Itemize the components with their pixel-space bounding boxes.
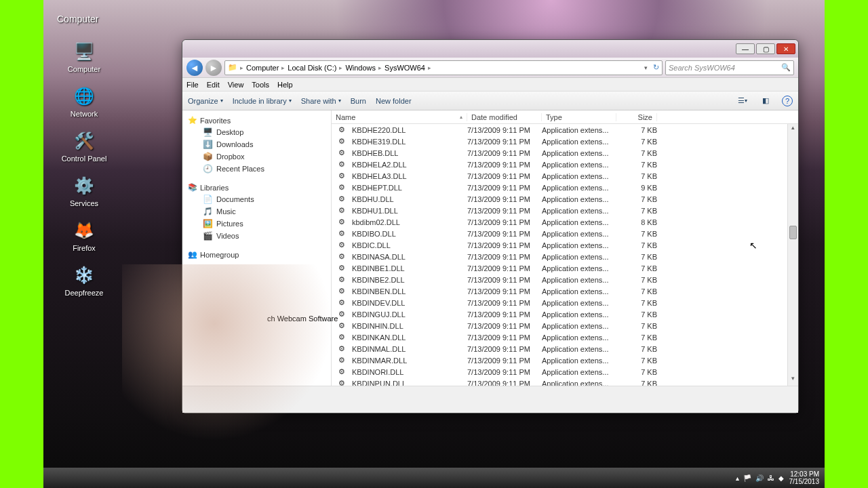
file-row[interactable]: ⚙KBDHEPT.DLL7/13/2009 9:11 PMApplication… [332, 182, 798, 193]
file-row[interactable]: ⚙kbdibm02.DLL7/13/2009 9:11 PMApplicatio… [332, 216, 798, 228]
breadcrumb-syswow64[interactable]: SysWOW64 [384, 64, 425, 72]
tray-expand-icon[interactable]: ▴ [736, 474, 739, 482]
nav-downloads[interactable]: ⬇️Downloads [182, 138, 331, 150]
flag-icon[interactable]: 🏳️ [743, 474, 751, 482]
include-library-button[interactable]: Include in library▾ [233, 97, 292, 105]
menu-bar: File Edit View Tools Help [182, 78, 798, 92]
volume-icon[interactable]: 🔊 [755, 474, 764, 482]
organize-button[interactable]: Organize▾ [188, 97, 223, 105]
menu-file[interactable]: File [186, 81, 199, 89]
file-row[interactable]: ⚙KBDINORI.DLL7/13/2009 9:11 PMApplicatio… [332, 366, 798, 378]
file-row[interactable]: ⚙KBDINPUN.DLL7/13/2009 9:11 PMApplicatio… [332, 378, 798, 386]
scroll-thumb[interactable] [789, 226, 797, 239]
chevron-down-icon[interactable]: ▾ [644, 64, 648, 71]
nav-pictures[interactable]: 🖼️Pictures [182, 218, 331, 230]
nav-documents[interactable]: 📄Documents [182, 193, 331, 205]
file-row[interactable]: ⚙KBDINKAN.DLL7/13/2009 9:11 PMApplicatio… [332, 331, 798, 343]
file-name: KBDHELA2.DLL [352, 161, 407, 169]
help-button[interactable]: ? [782, 96, 793, 106]
file-date: 7/13/2009 9:11 PM [467, 149, 542, 157]
vertical-scrollbar[interactable]: ▴ ▾ [787, 124, 798, 386]
file-name: KBDHEB.DLL [352, 149, 398, 157]
col-size[interactable]: Size [616, 113, 657, 121]
view-options-button[interactable]: ☰▾ [736, 94, 749, 108]
col-type[interactable]: Type [542, 113, 616, 121]
nav-desktop[interactable]: 🖥️Desktop [182, 126, 331, 138]
new-folder-button[interactable]: New folder [376, 97, 412, 105]
menu-help[interactable]: Help [277, 81, 293, 89]
file-size: 9 KB [616, 184, 657, 192]
breadcrumb-computer[interactable]: Computer [246, 64, 279, 72]
share-with-button[interactable]: Share with▾ [301, 97, 341, 105]
file-row[interactable]: ⚙KBDINGUJ.DLL7/13/2009 9:11 PMApplicatio… [332, 308, 798, 320]
file-date: 7/13/2009 9:11 PM [467, 276, 542, 284]
nav-libraries[interactable]: 📚Libraries [182, 182, 331, 193]
file-row[interactable]: ⚙KBDINMAL.DLL7/13/2009 9:11 PMApplicatio… [332, 343, 798, 354]
close-button[interactable]: ✕ [776, 43, 795, 54]
nav-music[interactable]: 🎵Music [182, 205, 331, 218]
breadcrumb-windows[interactable]: Windows [345, 64, 376, 72]
nav-videos[interactable]: 🎬Videos [182, 230, 331, 242]
scroll-up-icon[interactable]: ▴ [788, 124, 798, 135]
taskbar-clock[interactable]: 12:03 PM 7/15/2013 [789, 470, 820, 485]
file-row[interactable]: ⚙KBDINDEV.DLL7/13/2009 9:11 PMApplicatio… [332, 297, 798, 308]
file-date: 7/13/2009 9:11 PM [467, 368, 542, 376]
desktop-icon-services[interactable]: ⚙️Services [57, 175, 111, 207]
tray-app-icon[interactable]: ◆ [778, 474, 784, 482]
file-row[interactable]: ⚙KBDHE319.DLL7/13/2009 9:11 PMApplicatio… [332, 136, 798, 147]
documents-icon: 📄 [203, 195, 212, 204]
desktop-icon-firefox[interactable]: 🦊Firefox [57, 220, 111, 252]
webcam-software-label[interactable]: ch Webcam Software [267, 314, 338, 323]
refresh-icon[interactable]: ↻ [653, 63, 659, 72]
libraries-icon: 📚 [188, 183, 197, 192]
menu-tools[interactable]: Tools [252, 81, 269, 89]
desktop-icon-controlpanel[interactable]: 🛠️Control Panel [57, 130, 111, 163]
file-row[interactable]: ⚙KBDIBO.DLL7/13/2009 9:11 PMApplication … [332, 228, 798, 239]
file-row[interactable]: ⚙KBDINMAR.DLL7/13/2009 9:11 PMApplicatio… [332, 354, 798, 366]
file-row[interactable]: ⚙KBDINBE2.DLL7/13/2009 9:11 PMApplicatio… [332, 274, 798, 285]
file-row[interactable]: ⚙KBDINASA.DLL7/13/2009 9:11 PMApplicatio… [332, 251, 798, 262]
menu-view[interactable]: View [228, 81, 244, 89]
file-name: KBDINBEN.DLL [352, 287, 406, 296]
col-date[interactable]: Date modified [467, 113, 542, 121]
file-row[interactable]: ⚙KBDHELA3.DLL7/13/2009 9:11 PMApplicatio… [332, 170, 798, 182]
forward-button[interactable]: ► [205, 60, 222, 76]
nav-homegroup[interactable]: 👥Homegroup [182, 249, 331, 260]
file-row[interactable]: ⚙KBDINBEN.DLL7/13/2009 9:11 PMApplicatio… [332, 285, 798, 297]
file-type: Application extens... [542, 299, 616, 307]
burn-button[interactable]: Burn [351, 97, 366, 105]
desktop-icon-deepfreeze[interactable]: ❄️Deepfreeze [57, 264, 111, 297]
minimize-button[interactable]: — [736, 43, 755, 54]
maximize-button[interactable]: ▢ [756, 43, 775, 54]
file-name: KBDINMAR.DLL [352, 357, 407, 365]
back-button[interactable]: ◄ [186, 60, 203, 76]
search-input[interactable]: Search SysWOW64 🔍 [665, 60, 794, 75]
file-name: KBDINHIN.DLL [352, 322, 403, 330]
file-row[interactable]: ⚙KBDHELA2.DLL7/13/2009 9:11 PMApplicatio… [332, 159, 798, 170]
file-row[interactable]: ⚙KBDHU.DLL7/13/2009 9:11 PMApplication e… [332, 193, 798, 205]
nav-favorites[interactable]: ⭐Favorites [182, 115, 331, 126]
file-row[interactable]: ⚙KBDHEB.DLL7/13/2009 9:11 PMApplication … [332, 147, 798, 159]
file-row[interactable]: ⚙KBDINBE1.DLL7/13/2009 9:11 PMApplicatio… [332, 262, 798, 274]
file-row[interactable]: ⚙KBDINHIN.DLL7/13/2009 9:11 PMApplicatio… [332, 320, 798, 331]
address-bar[interactable]: 📁 ▸ Computer ▸ Local Disk (C:) ▸ Windows… [224, 60, 663, 75]
network-tray-icon[interactable]: 🖧 [768, 474, 774, 482]
file-row[interactable]: ⚙KBDIC.DLL7/13/2009 9:11 PMApplication e… [332, 239, 798, 251]
desktop-icon-network[interactable]: 🌐Network [57, 85, 111, 118]
file-row[interactable]: ⚙KBDHU1.DLL7/13/2009 9:11 PMApplication … [332, 205, 798, 216]
scroll-down-icon[interactable]: ▾ [788, 375, 798, 386]
file-size: 7 KB [616, 333, 657, 342]
col-name[interactable]: Name▴ [332, 113, 467, 121]
nav-recent[interactable]: 🕘Recent Places [182, 163, 331, 175]
preview-pane-button[interactable]: ◧ [759, 94, 772, 108]
breadcrumb-localdisk[interactable]: Local Disk (C:) [288, 64, 336, 72]
file-type: Application extens... [542, 149, 616, 157]
desktop-icon-computer[interactable]: 🖥️Computer [57, 41, 111, 73]
titlebar[interactable]: — ▢ ✕ [182, 40, 798, 58]
nav-dropbox[interactable]: 📦Dropbox [182, 150, 331, 163]
file-size: 7 KB [616, 299, 657, 307]
file-name: KBDINMAL.DLL [352, 345, 406, 353]
file-row[interactable]: ⚙KBDHE220.DLL7/13/2009 9:11 PMApplicatio… [332, 124, 798, 136]
menu-edit[interactable]: Edit [207, 81, 220, 89]
taskbar[interactable]: ▴ 🏳️ 🔊 🖧 ◆ 12:03 PM 7/15/2013 [43, 468, 825, 488]
